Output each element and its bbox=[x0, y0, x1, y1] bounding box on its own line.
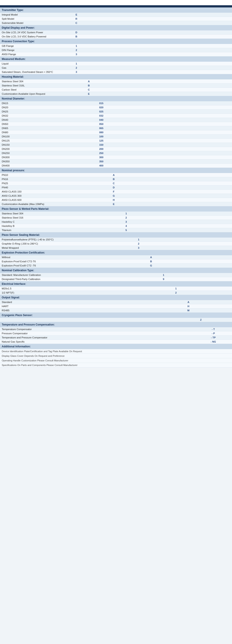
row-value-col9 bbox=[170, 101, 182, 106]
row-value-col2: A bbox=[82, 80, 95, 84]
row-value-col2 bbox=[82, 190, 95, 194]
row-value-col2 bbox=[82, 34, 95, 39]
row-value-col3 bbox=[95, 17, 108, 21]
row-value-col11 bbox=[194, 21, 207, 25]
row-value-col8 bbox=[157, 62, 170, 66]
row-value-col10 bbox=[182, 190, 194, 194]
row-value-col6 bbox=[132, 202, 145, 206]
row-value-col9 bbox=[170, 80, 182, 84]
row-value-col8 bbox=[157, 246, 170, 250]
row-label: PN25 bbox=[0, 181, 70, 186]
row-value-col9 bbox=[170, 340, 182, 344]
table-row: Carbon SteelC bbox=[0, 88, 232, 92]
row-value-col7 bbox=[145, 122, 157, 126]
row-value-col12 bbox=[207, 164, 220, 168]
row-label: DN25 bbox=[0, 110, 70, 114]
row-value-col12 bbox=[207, 30, 220, 34]
row-value-col7 bbox=[145, 34, 157, 39]
row-label: Without bbox=[0, 255, 70, 260]
row-value-col11 bbox=[194, 300, 207, 304]
row-value-col7 bbox=[145, 336, 157, 340]
row-value-col11 bbox=[194, 304, 207, 308]
row-value-col5 bbox=[120, 255, 132, 260]
row-value-col13 bbox=[220, 264, 232, 268]
row-value-col13 bbox=[220, 118, 232, 122]
row-value-col8 bbox=[157, 224, 170, 228]
row-value-col6 bbox=[132, 106, 145, 110]
section-header: Housing Material: bbox=[0, 74, 232, 80]
row-value-col1 bbox=[70, 194, 83, 198]
row-value-col3: 400 bbox=[95, 164, 108, 168]
row-value-col5 bbox=[120, 304, 132, 308]
row-value-col2 bbox=[82, 336, 95, 340]
row-value-col6 bbox=[132, 160, 145, 164]
row-value-col7 bbox=[145, 212, 157, 216]
row-value-col2 bbox=[82, 143, 95, 147]
row-value-col2 bbox=[82, 186, 95, 190]
row-value-col10 bbox=[182, 186, 194, 190]
row-value-col3 bbox=[95, 286, 108, 291]
row-value-col7 bbox=[145, 30, 157, 34]
row-value-col7 bbox=[145, 62, 157, 66]
row-value-col8 bbox=[157, 80, 170, 84]
row-value-col6 bbox=[132, 332, 145, 336]
row-value-col12 bbox=[207, 160, 220, 164]
row-value-col8 bbox=[157, 186, 170, 190]
row-label: DIN Flange bbox=[0, 48, 70, 52]
row-value-col7 bbox=[145, 273, 157, 277]
row-value-col10 bbox=[182, 118, 194, 122]
row-value-col7 bbox=[145, 327, 157, 332]
row-value-col8 bbox=[157, 147, 170, 151]
row-value-col13 bbox=[220, 190, 232, 194]
row-value-col2 bbox=[82, 62, 95, 66]
row-value-col4 bbox=[108, 48, 120, 52]
row-value-col3: 040 bbox=[95, 118, 108, 122]
row-value-col6 bbox=[132, 340, 145, 344]
row-value-col4 bbox=[108, 21, 120, 25]
row-value-col4 bbox=[108, 134, 120, 139]
row-value-col12 bbox=[207, 84, 220, 88]
row-value-col12 bbox=[207, 106, 220, 110]
row-value-col1 bbox=[70, 134, 83, 139]
row-value-col12 bbox=[207, 300, 220, 304]
row-value-col2 bbox=[82, 126, 95, 130]
row-value-col11 bbox=[194, 143, 207, 147]
row-value-col12 bbox=[207, 130, 220, 134]
row-value-col8 bbox=[157, 228, 170, 232]
row-value-col12 bbox=[207, 224, 220, 228]
row-value-col1 bbox=[70, 318, 83, 322]
row-value-col3: 025 bbox=[95, 110, 108, 114]
table-row: DN100100 bbox=[0, 134, 232, 139]
row-value-col13 bbox=[220, 242, 232, 246]
row-value-col6 bbox=[132, 80, 145, 84]
row-value-col8 bbox=[157, 52, 170, 56]
row-value-col2 bbox=[82, 181, 95, 186]
row-value-col2 bbox=[82, 44, 95, 48]
row-value-col13 bbox=[220, 21, 232, 25]
row-value-col4 bbox=[108, 106, 120, 110]
row-value-col1 bbox=[70, 118, 83, 122]
row-value-col10 bbox=[182, 181, 194, 186]
row-value-col12 bbox=[207, 17, 220, 21]
row-value-col11 bbox=[194, 160, 207, 164]
row-value-col8 bbox=[157, 220, 170, 224]
row-value-col11 bbox=[194, 139, 207, 143]
row-value-col12 bbox=[207, 291, 220, 295]
row-value-col2 bbox=[82, 177, 95, 181]
row-value-col4 bbox=[108, 340, 120, 344]
row-value-col4 bbox=[108, 327, 120, 332]
row-value-col2 bbox=[82, 291, 95, 295]
row-value-col4 bbox=[108, 238, 120, 242]
row-value-col6 bbox=[132, 164, 145, 168]
table-row: StandardA bbox=[0, 300, 232, 304]
section-header-label: Additional Information: bbox=[0, 344, 232, 349]
row-value-col8 bbox=[157, 21, 170, 25]
row-value-col1 bbox=[70, 84, 83, 88]
row-value-col6 bbox=[132, 190, 145, 194]
row-value-col7 bbox=[145, 160, 157, 164]
section-header-label: Output Signal: bbox=[0, 295, 232, 300]
row-value-col5 bbox=[120, 126, 132, 130]
row-value-col5 bbox=[120, 164, 132, 168]
row-label: Standard: Manufacturer Calibration bbox=[0, 273, 70, 277]
table-row: Titanium5 bbox=[0, 228, 232, 232]
